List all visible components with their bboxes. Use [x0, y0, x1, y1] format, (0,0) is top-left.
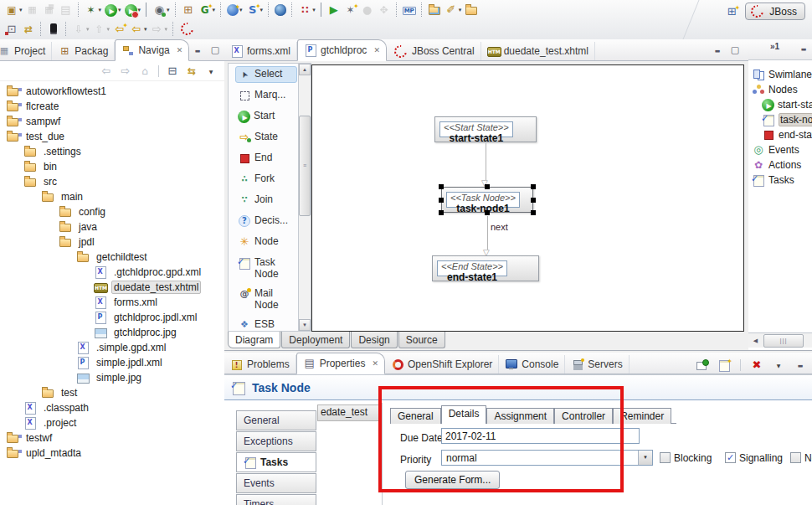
tree-item[interactable]: .simple.gpd.xml	[0, 340, 224, 355]
outline-item-events[interactable]: Events	[748, 142, 812, 157]
nav-up-button[interactable]	[136, 62, 153, 80]
palette-item-select[interactable]: Select	[235, 66, 297, 83]
tab-duedate-test-xhtml[interactable]: duedate_test.xhtml	[481, 42, 595, 60]
combo-arrow-icon[interactable]: ▼	[638, 451, 652, 465]
close-icon[interactable]: ✕	[373, 46, 380, 54]
remove-button[interactable]	[748, 356, 765, 374]
tree-item[interactable]: gtchldproc.jpg	[0, 325, 224, 340]
detail-tab-controller[interactable]: Controller	[554, 408, 613, 424]
link-editor-button[interactable]	[183, 62, 200, 80]
checkbox-blocking[interactable]	[660, 452, 671, 463]
tree-item[interactable]: jpdl	[0, 234, 224, 250]
import-folder-button[interactable]	[426, 1, 443, 18]
diagram-node-task-node1[interactable]: <<Task Node>> task-node1	[441, 187, 533, 213]
tree-item[interactable]: bin	[0, 159, 224, 174]
selection-handle[interactable]	[485, 210, 490, 215]
maximize-icon[interactable]	[208, 44, 222, 57]
server-button[interactable]: ▾	[296, 1, 317, 18]
checkbox-notify[interactable]	[790, 452, 801, 463]
palette-item-end[interactable]: End	[235, 150, 297, 167]
selection-handle[interactable]	[531, 198, 536, 203]
tree-item[interactable]: src	[0, 174, 224, 189]
tree-item[interactable]: config	[0, 204, 224, 219]
tab-jboss-central[interactable]: JBoss Central	[387, 42, 481, 60]
open-perspective-icon[interactable]	[725, 5, 738, 18]
palette-scrollbar[interactable]: ▲ ≡ ▼	[298, 63, 311, 332]
tree-item[interactable]: testwf	[0, 430, 224, 446]
section-tab-tasks[interactable]: Tasks	[236, 452, 316, 472]
tree-item[interactable]: .project	[0, 415, 224, 430]
web-service-button[interactable]: ▾	[244, 1, 265, 18]
tab-packag[interactable]: Packag	[52, 42, 115, 60]
minimize-icon[interactable]	[711, 44, 724, 57]
palette-item-fork[interactable]: Fork	[235, 171, 297, 188]
palette-item-start[interactable]: Start	[235, 108, 297, 125]
browsersim-button[interactable]	[45, 20, 62, 38]
palette-item-decis[interactable]: Decis...	[235, 213, 297, 229]
selection-handle[interactable]	[531, 210, 536, 215]
tree-item[interactable]: flcreate	[0, 99, 224, 114]
generate-form-button[interactable]: Generate Form...	[405, 471, 500, 489]
outline-item-tasks[interactable]: Tasks	[748, 173, 812, 188]
view-stack-badge[interactable]: »1	[770, 42, 779, 51]
transition-label[interactable]: next	[491, 222, 508, 232]
outline-item-swimlanes[interactable]: Swimlanes	[748, 67, 812, 82]
tab-design[interactable]: Design	[351, 332, 397, 348]
jboss-central-button[interactable]	[177, 20, 197, 38]
tree-item[interactable]: simple.jpdl.xml	[0, 355, 224, 370]
section-tab-events[interactable]: Events	[236, 473, 316, 493]
section-tab-timers[interactable]: Timers	[236, 494, 316, 505]
run-button[interactable]: ▾	[103, 1, 123, 18]
update-site-button[interactable]: ▾	[197, 1, 218, 18]
outline-item-end-state1[interactable]: end-state1	[748, 127, 812, 142]
web-browser-button[interactable]: ▾	[225, 1, 244, 18]
tree-item[interactable]: main	[0, 189, 224, 204]
tree-item[interactable]: autoworkflowtest1	[0, 84, 224, 99]
tab-gtchldproc[interactable]: gtchldproc✕	[297, 39, 387, 61]
globe-button[interactable]	[273, 1, 288, 18]
javaee-wizard-button[interactable]	[180, 1, 197, 18]
priority-combo[interactable]: normal ▼	[441, 450, 653, 466]
open-resource-button[interactable]	[463, 1, 480, 18]
detail-tab-details[interactable]: Details	[441, 405, 487, 424]
outline-hscrollbar[interactable]: ◀ |||	[748, 332, 812, 348]
pin-button[interactable]	[694, 356, 711, 374]
outline-item-task-node1[interactable]: task-node1	[748, 112, 812, 127]
debug-wizard-button[interactable]	[342, 1, 359, 18]
collapse-all-button[interactable]	[164, 62, 181, 80]
selection-handle[interactable]	[439, 198, 444, 203]
external-tools-button[interactable]: ▾	[151, 1, 172, 18]
back-nav-button[interactable]: ▾	[128, 20, 149, 38]
mp-publish-button[interactable]	[401, 1, 418, 18]
tab-deployment[interactable]: Deployment	[281, 332, 350, 348]
palette-item-task-node[interactable]: Task Node	[235, 255, 297, 281]
tree-item[interactable]: .settings	[0, 144, 224, 159]
scrollbar-thumb[interactable]: ≡	[299, 116, 311, 216]
outline-item-nodes[interactable]: Nodes	[748, 82, 812, 97]
tab-forms-xml[interactable]: forms.xml	[224, 42, 297, 60]
forms-window-button[interactable]	[3, 20, 20, 38]
tree-item[interactable]: test_due	[0, 129, 224, 144]
selection-handle[interactable]	[439, 210, 444, 215]
detail-tab-general[interactable]: General	[390, 408, 441, 424]
tab-diagram[interactable]: Diagram	[228, 332, 280, 348]
section-tab-general[interactable]: General	[236, 410, 316, 430]
tree-item[interactable]: simple.jpg	[0, 370, 224, 385]
tab-openshift-explorer[interactable]: OpenShift Explorer	[385, 355, 499, 374]
view-menu-button[interactable]	[770, 356, 787, 374]
new-wizard-button[interactable]: ▾	[3, 1, 24, 18]
palette-item-mail-node[interactable]: Mail Node	[235, 286, 297, 312]
outline-item-start-state1[interactable]: start-state1	[748, 97, 812, 112]
selection-handle[interactable]	[531, 184, 536, 189]
palette-item-node[interactable]: Node	[235, 234, 297, 250]
tab-console[interactable]: Console	[499, 355, 565, 374]
tree-item[interactable]: .classpath	[0, 400, 224, 415]
outline-item-actions[interactable]: Actions	[748, 157, 812, 173]
detail-tab-assignment[interactable]: Assignment	[486, 408, 554, 424]
nav-forward-button[interactable]	[117, 62, 134, 80]
scroll-down-icon[interactable]: ▼	[299, 319, 311, 331]
sync-button[interactable]	[20, 20, 37, 38]
scroll-up-icon[interactable]: ▲	[299, 64, 311, 75]
tree-item[interactable]: gtchldproc.jpdl.xml	[0, 310, 224, 325]
close-icon[interactable]: ✕	[177, 46, 183, 54]
